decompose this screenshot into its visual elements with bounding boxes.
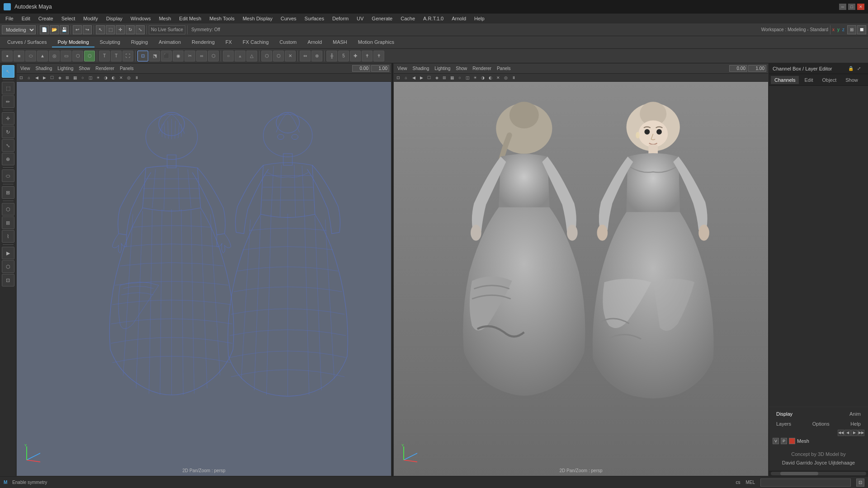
cb-tab-edit[interactable]: Edit bbox=[801, 76, 816, 84]
menu-item-windows[interactable]: Windows bbox=[127, 15, 155, 22]
shelf-separate[interactable]: T bbox=[111, 51, 122, 61]
shelf-boolean[interactable]: ⊕ bbox=[311, 51, 322, 61]
tab-fx[interactable]: FX bbox=[220, 38, 237, 47]
layer-playback-btn[interactable]: P bbox=[781, 438, 787, 444]
cam-pause-btn-2[interactable]: ⏸ bbox=[510, 75, 517, 81]
vt-view-2[interactable]: View bbox=[396, 66, 409, 71]
viewport-wireframe[interactable]: View Shading Lighting Show Renderer Pane… bbox=[16, 63, 392, 476]
vt-renderer-2[interactable]: Renderer bbox=[471, 66, 493, 71]
select-btn[interactable]: ↖ bbox=[96, 25, 105, 34]
select-tool-btn[interactable]: ↖ bbox=[2, 65, 14, 78]
render-btn[interactable]: ▶ bbox=[2, 247, 14, 259]
cam-home-btn-1[interactable]: ⌂ bbox=[25, 75, 33, 81]
cam-ao-btn-1[interactable]: ◐ bbox=[110, 75, 117, 81]
panel-scrollbar[interactable] bbox=[769, 471, 868, 476]
lasso-tool-btn[interactable]: ⬚ bbox=[2, 82, 14, 94]
shelf-subdiv[interactable]: 5 bbox=[338, 51, 349, 61]
tab-fx-caching[interactable]: FX Caching bbox=[237, 38, 274, 47]
tab-mash[interactable]: MASH bbox=[327, 38, 353, 47]
vt-lighting-1[interactable]: Lighting bbox=[56, 66, 75, 71]
menu-item-display[interactable]: Display bbox=[103, 15, 126, 22]
menu-item-edit[interactable]: Edit bbox=[18, 15, 34, 22]
menu-item-a.r.t.1.0[interactable]: A.R.T.1.0 bbox=[420, 15, 447, 22]
shelf-mirror[interactable]: ⇔ bbox=[300, 51, 311, 61]
cam-tex-btn-1[interactable]: ◫ bbox=[87, 75, 94, 81]
ds-tab-display[interactable]: Display bbox=[773, 410, 796, 418]
new-scene-btn[interactable]: 📄 bbox=[40, 25, 49, 34]
cam-home-btn-2[interactable]: ⌂ bbox=[402, 75, 410, 81]
cam-iso-btn-1[interactable]: ◈ bbox=[56, 75, 63, 81]
shelf-disc[interactable]: ⬡ bbox=[72, 51, 83, 61]
shelf-cone[interactable]: ▲ bbox=[37, 51, 48, 61]
vt-show-1[interactable]: Show bbox=[77, 66, 92, 71]
layer-color-swatch[interactable] bbox=[789, 438, 795, 444]
shelf-collapse[interactable]: ⬡ bbox=[208, 51, 219, 61]
cam-light-btn-1[interactable]: ☀ bbox=[94, 75, 102, 81]
shelf-combine[interactable]: T bbox=[99, 51, 110, 61]
ds-tab-options[interactable]: Options bbox=[809, 420, 833, 428]
ds-tab-layers[interactable]: Layers bbox=[773, 420, 795, 428]
shelf-offset-loop[interactable]: ⬡ bbox=[273, 51, 284, 61]
cb-tab-show[interactable]: Show bbox=[842, 76, 862, 84]
snap-grid-btn[interactable]: ⊞ bbox=[2, 216, 14, 229]
shelf-extract[interactable]: ⛶ bbox=[123, 51, 133, 61]
viewport-render[interactable]: View Shading Lighting Show Renderer Pane… bbox=[393, 63, 769, 476]
grid-btn[interactable]: ⊞ bbox=[847, 25, 856, 34]
shelf-active[interactable]: ⬡ bbox=[84, 51, 95, 61]
menu-item-curves[interactable]: Curves bbox=[277, 15, 300, 22]
menu-item-modify[interactable]: Modify bbox=[80, 15, 101, 22]
shelf-plane[interactable]: ▭ bbox=[61, 51, 71, 61]
script-editor-btn[interactable]: ⊡ bbox=[856, 479, 864, 487]
cam-xray-btn-2[interactable]: ✕ bbox=[495, 75, 502, 81]
close-button[interactable]: ✕ bbox=[857, 4, 864, 10]
tab-custom[interactable]: Custom bbox=[274, 38, 302, 47]
vt-show-2[interactable]: Show bbox=[454, 66, 469, 71]
tab-motion-graphics[interactable]: Motion Graphics bbox=[353, 38, 400, 47]
redo-btn[interactable]: ↪ bbox=[83, 25, 92, 34]
open-btn[interactable]: 📂 bbox=[50, 25, 59, 34]
tab-poly-modeling[interactable]: Poly Modeling bbox=[52, 38, 94, 47]
cam-tex-btn-2[interactable]: ◫ bbox=[464, 75, 471, 81]
cam-smooth-btn-2[interactable]: ○ bbox=[456, 75, 463, 81]
cam-wire-btn-2[interactable]: ▦ bbox=[448, 75, 456, 81]
menu-item-file[interactable]: File bbox=[2, 15, 17, 22]
paint-select-btn[interactable]: ✏ bbox=[2, 95, 14, 108]
cam-shadow-btn-2[interactable]: ◑ bbox=[479, 75, 486, 81]
cam-smooth-btn-1[interactable]: ○ bbox=[79, 75, 86, 81]
scale-tool-btn[interactable]: ⤡ bbox=[2, 139, 14, 152]
menu-item-deform[interactable]: Deform bbox=[329, 15, 352, 22]
cam-iso-btn-2[interactable]: ◈ bbox=[433, 75, 440, 81]
cam-prev-btn-1[interactable]: ◀ bbox=[33, 75, 40, 81]
shelf-cube[interactable]: ■ bbox=[14, 51, 24, 61]
cam-wire-btn-1[interactable]: ▦ bbox=[71, 75, 79, 81]
snap-btn-l[interactable]: ⬡ bbox=[2, 203, 14, 216]
cam-isolate-btn-1[interactable]: ◎ bbox=[125, 75, 132, 81]
tab-sculpting[interactable]: Sculpting bbox=[94, 38, 126, 47]
nav-last-btn[interactable]: ▶▶ bbox=[858, 430, 864, 436]
rotate-tool-btn[interactable]: ↻ bbox=[2, 126, 14, 138]
camera-btn[interactable]: ⬡ bbox=[2, 260, 14, 273]
menu-item-mesh[interactable]: Mesh bbox=[155, 15, 175, 22]
cam-fit-btn-2[interactable]: ⊡ bbox=[395, 75, 402, 81]
cam-fit-btn-1[interactable]: ⊡ bbox=[18, 75, 25, 81]
shelf-smooth[interactable]: ○ bbox=[223, 51, 234, 61]
cam-next-btn-2[interactable]: ▶ bbox=[418, 75, 425, 81]
cam-isolate-btn-2[interactable]: ◎ bbox=[502, 75, 509, 81]
snap-curve-btn[interactable]: ⌇ bbox=[2, 230, 14, 243]
shelf-retopo[interactable]: ⟁ bbox=[235, 51, 245, 61]
show-manip-btn[interactable]: ⊞ bbox=[2, 186, 14, 199]
mel-input[interactable] bbox=[760, 479, 851, 487]
coord-y-2[interactable] bbox=[748, 65, 766, 72]
menu-item-cache[interactable]: Cache bbox=[397, 15, 419, 22]
shelf-connect[interactable]: ∞ bbox=[196, 51, 207, 61]
soft-mod-btn[interactable]: ⬭ bbox=[2, 169, 14, 182]
shelf-bridge[interactable]: ⬛ bbox=[161, 51, 172, 61]
save-btn[interactable]: 💾 bbox=[60, 25, 69, 34]
tab-arnold[interactable]: Arnold bbox=[302, 38, 327, 47]
snap-btn[interactable]: 🔲 bbox=[857, 25, 866, 34]
shelf-bevel[interactable]: ⬔ bbox=[149, 51, 160, 61]
coord-y-1[interactable] bbox=[371, 65, 389, 72]
cam-next-btn-1[interactable]: ▶ bbox=[41, 75, 48, 81]
shelf-crease[interactable]: ╫ bbox=[326, 51, 337, 61]
nav-next-btn[interactable]: ▶ bbox=[851, 430, 858, 436]
